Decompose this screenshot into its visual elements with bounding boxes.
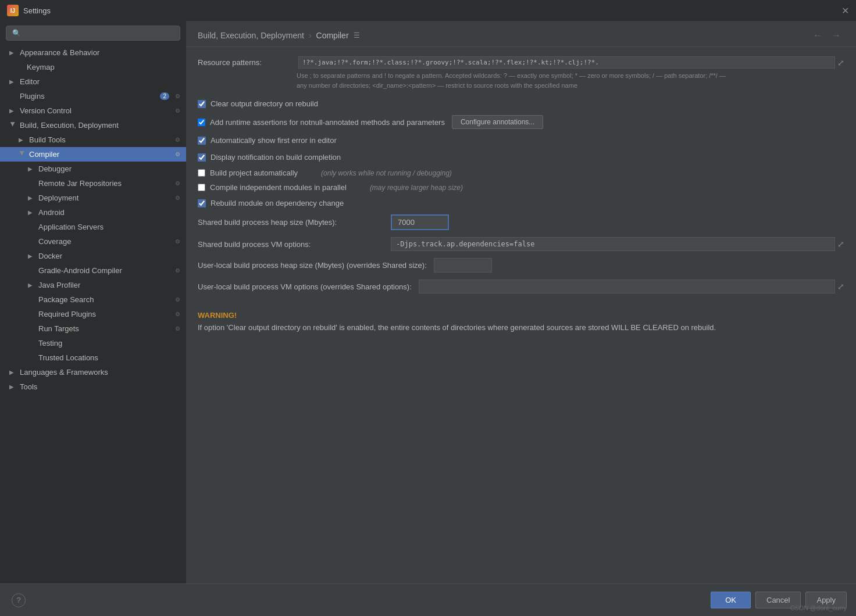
chevron-right-icon: ▶ [28,253,35,259]
sidebar-item-docker[interactable]: ▶ Docker [0,249,186,263]
search-box[interactable]: 🔍 [6,26,180,41]
sidebar-item-compiler[interactable]: ▶ Compiler ⚙ [0,147,186,162]
user-vm-options-row: User-local build process VM options (ove… [198,280,844,293]
package-search-settings-icon: ⚙ [175,296,180,303]
assertions-row: Add runtime assertions for notnull-annot… [198,115,844,129]
help-button[interactable]: ? [12,593,26,607]
chevron-down-icon: ▶ [10,122,16,129]
chevron-right-icon: ▶ [28,209,35,216]
sidebar-item-label: Android [38,208,65,217]
sidebar-item-editor[interactable]: ▶ Editor [0,74,186,89]
configure-annotations-button[interactable]: Configure annotations... [452,115,543,129]
sidebar-item-label: Build, Execution, Deployment [20,121,119,130]
resource-hint: Use ; to separate patterns and ! to nega… [297,71,733,90]
sidebar-item-testing[interactable]: ▶ Testing [0,336,186,350]
chevron-right-icon: ▶ [19,137,26,143]
checkbox-label-build-automatically: Build project automatically [210,169,298,177]
sidebar-item-trusted-locations[interactable]: ▶ Trusted Locations [0,350,186,365]
sidebar-item-build-tools[interactable]: ▶ Build Tools ⚙ [0,132,186,147]
compile-parallel-checkbox-group: Compile independent modules in parallel [198,183,347,192]
required-plugins-settings-icon: ⚙ [175,311,180,317]
sidebar-item-build-execution-deployment[interactable]: ▶ Build, Execution, Deployment [0,118,186,132]
sidebar-item-coverage[interactable]: ▶ Coverage ⚙ [0,234,186,249]
vm-options-field: ⤢ [391,237,844,251]
vm-options-expand-button[interactable]: ⤢ [837,239,844,249]
sidebar-item-plugins[interactable]: ▶ Plugins 2 ⚙ [0,89,186,103]
nav-back-button[interactable]: ← [809,29,826,42]
content-panel: Build, Execution, Deployment › Compiler … [186,21,856,583]
user-vm-options-expand-button[interactable]: ⤢ [837,282,844,291]
chevron-right-icon: ▶ [28,195,35,201]
sidebar-item-label: Tools [20,382,37,391]
nav-arrows: ← → [809,29,844,42]
build-auto-checkbox-group: Build project automatically [198,169,298,177]
sidebar-item-package-search[interactable]: ▶ Package Search ⚙ [0,292,186,307]
chevron-right-icon: ▶ [19,151,26,158]
checkbox-clear-output[interactable] [198,100,206,108]
checkbox-row-clear-output: Clear output directory on rebuild [198,98,844,109]
sidebar-item-label: Debugger [38,164,72,173]
close-icon[interactable]: ✕ [841,5,849,16]
checkbox-show-first-error[interactable] [198,137,206,145]
heap-size-input[interactable] [391,214,449,230]
heap-size-label: Shared build process heap size (Mbytes): [198,218,384,227]
sidebar-item-tools[interactable]: ▶ Tools [0,379,186,394]
user-vm-options-label: User-local build process VM options (ove… [198,282,412,291]
sidebar-item-languages-frameworks[interactable]: ▶ Languages & Frameworks [0,365,186,379]
sidebar-item-label: Docker [38,252,62,260]
resource-patterns-field: ⤢ [298,56,844,69]
vm-options-input[interactable] [391,237,835,251]
sidebar-item-debugger[interactable]: ▶ Debugger [0,162,186,176]
resource-patterns-expand-button[interactable]: ⤢ [837,58,844,67]
checkbox-label-compile-parallel: Compile independent modules in parallel [210,183,347,192]
sidebar-item-label: Package Search [38,295,94,304]
sidebar-item-label: Editor [20,77,40,86]
vm-options-label: Shared build process VM options: [198,240,384,249]
sidebar-item-label: Gradle-Android Compiler [38,266,122,275]
sidebar-item-deployment[interactable]: ▶ Deployment ⚙ [0,191,186,205]
sidebar-item-run-targets[interactable]: ▶ Run Targets ⚙ [0,321,186,336]
ok-button[interactable]: OK [711,592,751,608]
sidebar-item-keymap[interactable]: ▶ Keymap [0,60,186,74]
checkbox-label-show-first-error: Automatically show first error in editor [211,136,337,145]
checkbox-build-automatically[interactable] [198,169,205,177]
compile-parallel-row: Compile independent modules in parallel … [198,183,844,192]
warning-text: If option 'Clear output directory on reb… [198,322,844,334]
sidebar-item-gradle-android-compiler[interactable]: ▶ Gradle-Android Compiler ⚙ [0,263,186,278]
chevron-right-icon: ▶ [9,49,16,56]
sidebar-item-java-profiler[interactable]: ▶ Java Profiler [0,278,186,292]
nav-forward-button[interactable]: → [828,29,844,42]
sidebar-item-label: Run Targets [38,324,79,333]
warning-box: WARNING! If option 'Clear output directo… [198,305,844,339]
checkbox-label-clear-output: Clear output directory on rebuild [211,99,318,108]
search-input[interactable] [24,29,174,37]
sidebar-item-application-servers[interactable]: ▶ Application Servers [0,220,186,234]
sidebar-item-label: Coverage [38,237,71,246]
user-vm-options-input[interactable] [419,280,835,293]
sidebar-item-label: Keymap [27,63,55,71]
checkbox-display-notification[interactable] [198,153,206,162]
sidebar-item-label: Version Control [20,106,72,115]
resource-patterns-label: Resource patterns: [198,56,294,67]
compile-parallel-note: (may require larger heap size) [370,184,463,192]
user-heap-size-input[interactable] [434,258,492,273]
sidebar-item-label: Required Plugins [38,310,96,318]
content-body: Resource patterns: ⤢ Use ; to separate p… [186,47,856,583]
sidebar-item-remote-jar-repos[interactable]: ▶ Remote Jar Repositories ⚙ [0,176,186,191]
breadcrumb-menu-icon[interactable]: ☰ [354,31,360,40]
checkbox-runtime-assertions[interactable] [198,119,205,126]
content-header: Build, Execution, Deployment › Compiler … [186,21,856,47]
chevron-right-icon: ▶ [9,384,16,390]
sidebar-item-required-plugins[interactable]: ▶ Required Plugins ⚙ [0,307,186,321]
sidebar-item-android[interactable]: ▶ Android [0,205,186,220]
checkbox-label-display-notification: Display notification on build completion [211,153,341,162]
sidebar-item-appearance[interactable]: ▶ Appearance & Behavior [0,45,186,60]
checkbox-row-show-first-error: Automatically show first error in editor [198,135,844,146]
sidebar-item-version-control[interactable]: ▶ Version Control ⚙ [0,103,186,118]
heap-size-row: Shared build process heap size (Mbytes): [198,214,844,230]
resource-patterns-input[interactable] [298,56,835,69]
checkbox-rebuild-dependency[interactable] [198,199,206,207]
chevron-right-icon: ▶ [9,108,16,114]
breadcrumb-current: Compiler [316,31,349,40]
checkbox-compile-parallel[interactable] [198,184,205,191]
